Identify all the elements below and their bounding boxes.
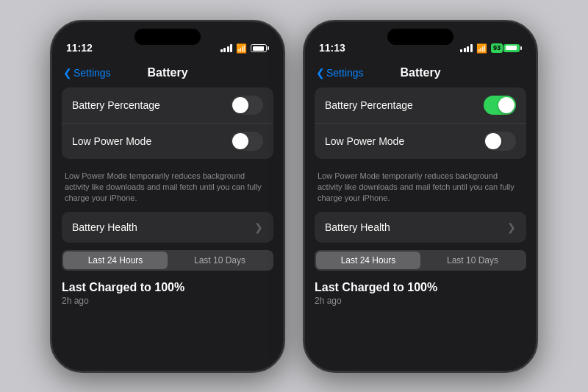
phone-right: 11:13 📶 93 ❮ Settings Battery [303, 20, 538, 373]
segment-24h-right[interactable]: Last 24 Hours [316, 252, 420, 269]
signal-icon-left [220, 44, 233, 52]
main-settings-group-left: Battery Percentage Low Power Mode [62, 88, 273, 159]
low-power-row-left[interactable]: Low Power Mode [62, 124, 273, 159]
nav-title-left: Battery [147, 66, 187, 79]
low-power-toggle-left[interactable] [231, 132, 263, 151]
low-power-toggle-right[interactable] [484, 132, 516, 151]
nav-bar-left: ❮ Settings Battery [51, 58, 284, 88]
charged-info-left: Last Charged to 100% 2h ago [62, 278, 273, 309]
battery-percentage-row-right[interactable]: Battery Percentage [315, 88, 526, 124]
nav-bar-right: ❮ Settings Battery [304, 58, 537, 88]
back-chevron-left: ❮ [63, 67, 72, 79]
signal-icon-right [460, 44, 473, 52]
battery-percentage-toggle-left[interactable] [231, 96, 263, 115]
battery-health-chevron-right: ❯ [507, 221, 516, 233]
battery-health-row-left[interactable]: Battery Health ❯ [62, 212, 273, 243]
battery-percentage-label-left: Battery Percentage [72, 99, 160, 111]
charged-info-right: Last Charged to 100% 2h ago [315, 278, 526, 309]
back-button-left[interactable]: ❮ Settings [63, 67, 111, 79]
battery-health-chevron-left: ❯ [254, 221, 263, 233]
low-power-description-left: Low Power Mode temporarily reduces backg… [62, 166, 273, 212]
content-right: Battery Percentage Low Power Mode Low Po… [304, 88, 537, 371]
back-chevron-right: ❮ [316, 67, 325, 79]
dynamic-island-left [135, 29, 201, 45]
battery-percentage-toggle-right[interactable] [484, 96, 516, 115]
back-label-left: Settings [74, 67, 111, 79]
low-power-row-right[interactable]: Low Power Mode [315, 124, 526, 159]
segment-10d-left[interactable]: Last 10 Days [168, 252, 272, 269]
charged-title-right: Last Charged to 100% [315, 281, 526, 294]
battery-health-label-left: Battery Health [72, 221, 137, 233]
battery-percentage-row-left[interactable]: Battery Percentage [62, 88, 273, 124]
status-time-left: 11:12 [66, 42, 93, 54]
segment-10d-right[interactable]: Last 10 Days [420, 252, 525, 269]
segment-control-left[interactable]: Last 24 Hours Last 10 Days [62, 250, 273, 271]
low-power-label-right: Low Power Mode [325, 135, 404, 147]
battery-percentage-label-right: Battery Percentage [325, 99, 413, 111]
battery-badge-right: 93 [491, 43, 503, 53]
battery-health-row-right[interactable]: Battery Health ❯ [315, 212, 526, 243]
back-button-right[interactable]: ❮ Settings [316, 67, 364, 79]
low-power-description-right: Low Power Mode temporarily reduces backg… [315, 166, 526, 212]
wifi-icon-right: 📶 [476, 43, 487, 54]
charged-title-left: Last Charged to 100% [62, 281, 273, 294]
status-icons-right: 📶 93 [460, 43, 522, 54]
battery-health-label-right: Battery Health [325, 221, 390, 233]
charged-time-right: 2h ago [315, 296, 526, 306]
status-time-right: 11:13 [319, 42, 345, 54]
content-left: Battery Percentage Low Power Mode Low Po… [51, 88, 284, 371]
back-label-right: Settings [326, 67, 364, 79]
segment-24h-left[interactable]: Last 24 Hours [63, 252, 168, 269]
main-settings-group-right: Battery Percentage Low Power Mode [315, 88, 526, 159]
wifi-icon-left: 📶 [236, 43, 247, 54]
battery-icon-left [251, 44, 269, 52]
segment-control-right[interactable]: Last 24 Hours Last 10 Days [315, 250, 526, 271]
dynamic-island-right [387, 29, 453, 45]
charged-time-left: 2h ago [62, 296, 273, 306]
battery-icon-right: 93 [491, 43, 522, 53]
nav-title-right: Battery [400, 66, 440, 79]
phone-left: 11:12 📶 ❮ Settings Battery [50, 20, 285, 373]
status-icons-left: 📶 [220, 43, 270, 54]
low-power-label-left: Low Power Mode [72, 135, 151, 147]
